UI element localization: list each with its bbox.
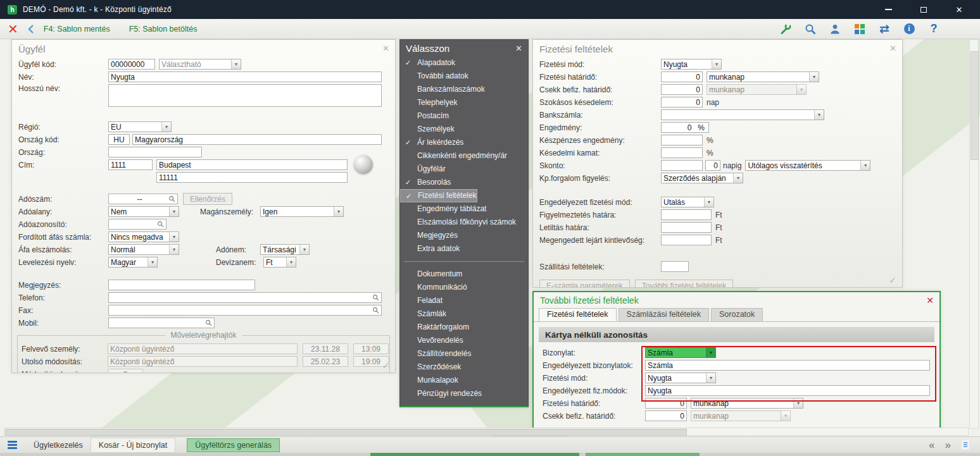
payment-deadline-input[interactable]: 0 <box>661 71 703 82</box>
mail-language-select[interactable]: Magyar ▾ <box>108 257 158 268</box>
overdue-limit-input[interactable] <box>661 235 712 245</box>
nav-item[interactable]: Munkalapok <box>400 374 528 387</box>
tax-id-input[interactable] <box>108 219 166 230</box>
nav-item[interactable]: ✓Fizetési feltételek <box>400 189 477 202</box>
previous-page-icon[interactable]: « <box>929 440 934 450</box>
region-select[interactable]: EU ▾ <box>108 121 172 132</box>
mobile-input[interactable] <box>108 317 215 328</box>
nav-item[interactable]: Cikkenkénti engedmény/ár <box>400 149 528 163</box>
phone-input[interactable] <box>108 292 382 303</box>
nav-item[interactable]: Megjegyzés <box>400 229 528 242</box>
vertical-scrollbar-thumb[interactable] <box>971 51 979 160</box>
customer-code-select[interactable]: Választható ▾ <box>159 59 241 70</box>
tab-series[interactable]: Sorozatok <box>711 308 763 321</box>
payment-deadline-unit-select[interactable]: munkanap ▾ <box>707 71 819 82</box>
zip-input[interactable]: 1111 <box>108 159 153 170</box>
cheque-deadline-input[interactable]: 0 <box>661 84 703 95</box>
cash-discount-input[interactable] <box>661 135 703 145</box>
skonto-option-select[interactable]: Utólagos visszatérítés ▾ <box>745 160 870 171</box>
nav-item[interactable]: ✓Besorolás <box>400 176 528 189</box>
allowed-method-select[interactable]: Utalás ▾ <box>661 197 714 207</box>
dialog-deadline-unit-select[interactable]: munkanap ▾ <box>691 398 803 409</box>
document-icon[interactable] <box>961 440 970 450</box>
nav-item[interactable]: Szállítórendelés <box>400 347 528 360</box>
close-icon[interactable]: ✕ <box>926 295 934 305</box>
block-limit-input[interactable] <box>661 222 712 233</box>
dialog-cheque-input[interactable]: 0 <box>645 410 687 421</box>
street-input[interactable]: 11111 <box>156 172 348 183</box>
warning-limit-input[interactable] <box>661 209 712 220</box>
customer-code-input[interactable]: 00000000 <box>108 59 155 70</box>
further-payment-terms-button[interactable]: További fizetési feltételek <box>635 280 733 288</box>
minimize-button[interactable] <box>880 3 896 16</box>
nav-item[interactable]: Szerződések <box>400 360 528 374</box>
nav-item[interactable]: Postacím <box>400 109 528 123</box>
help-icon[interactable]: ? <box>927 22 941 36</box>
back-button[interactable] <box>26 23 36 35</box>
einvoice-params-button[interactable]: E-számla paraméterek <box>539 280 630 288</box>
verify-button[interactable]: Ellenőrzés <box>183 193 232 205</box>
statusbar-tab-basket[interactable]: Kosár - Új bizonylat <box>91 438 175 453</box>
apps-grid-icon[interactable] <box>853 22 867 36</box>
vat-settlement-select[interactable]: Normál ▾ <box>108 244 179 255</box>
user-icon[interactable] <box>828 22 842 36</box>
horizontal-scrollbar[interactable] <box>4 428 969 436</box>
nav-item[interactable]: ✓Ár lekérdezés <box>400 136 528 149</box>
menu-icon[interactable] <box>8 441 17 449</box>
nav-item[interactable]: Engedmény táblázat <box>400 202 528 216</box>
allowed-methods-input[interactable]: Nyugta <box>645 385 930 396</box>
statusbar-tab-transactions[interactable]: Ügyletkezelés <box>26 438 91 452</box>
close-icon[interactable]: ✕ <box>382 44 389 53</box>
nav-item[interactable]: Ügyfélár <box>400 163 528 176</box>
dialog-deadline-input[interactable]: 0 <box>645 398 687 409</box>
bank-account-select[interactable]: ▾ <box>661 109 824 120</box>
nav-item[interactable]: Bankszámlaszámok <box>400 83 528 96</box>
globe-icon[interactable] <box>354 155 373 174</box>
late-interest-input[interactable] <box>661 147 703 158</box>
nav-item[interactable]: Kommunikáció <box>400 281 528 294</box>
cash-watch-select[interactable]: Szerződés alapján ▾ <box>661 173 743 183</box>
city-input[interactable]: Budapest <box>156 159 348 170</box>
tax-number-input[interactable]: -- <box>108 194 178 204</box>
currency-select[interactable]: Ft ▾ <box>263 257 296 268</box>
note-input[interactable] <box>108 280 255 290</box>
skonto-input[interactable] <box>661 160 703 171</box>
usual-delay-input[interactable]: 0 <box>661 97 703 108</box>
dialog-method-select[interactable]: Nyugta ▾ <box>645 373 716 383</box>
close-icon[interactable]: ✕ <box>515 44 522 53</box>
maximize-button[interactable] <box>915 3 932 16</box>
close-icon[interactable]: ✕ <box>889 44 896 53</box>
reverse-vat-select[interactable]: Nincs megadva ▾ <box>108 231 179 242</box>
horizontal-scrollbar-thumb[interactable] <box>5 429 687 436</box>
transfer-icon[interactable]: ⇄ <box>877 22 891 36</box>
name-input[interactable]: Nyugta <box>108 71 382 82</box>
voucher-select[interactable]: Számla ▾ <box>645 347 716 358</box>
confirm-check-icon[interactable]: ✓ <box>889 275 896 285</box>
nav-item[interactable]: További adatok <box>400 70 528 83</box>
long-name-textarea[interactable] <box>108 84 382 107</box>
nav-item[interactable]: Vevőrendelés <box>400 334 528 347</box>
tab-invoicing-terms[interactable]: Számlázási feltételek <box>619 308 709 321</box>
tools-icon[interactable] <box>779 22 793 36</box>
country-input[interactable] <box>108 147 202 157</box>
template-load-button[interactable]: F5: Sablon betöltés <box>129 25 198 34</box>
skonto-days-input[interactable]: 0 <box>705 160 720 171</box>
nav-item[interactable]: Pénzügyi rendezés <box>400 387 528 400</box>
tax-type-select[interactable]: Társasági ▾ <box>260 244 310 255</box>
tab-payment-terms[interactable]: Fizetési feltételek <box>539 308 617 321</box>
nav-item[interactable]: Feladat <box>400 294 528 307</box>
fax-input[interactable] <box>108 305 382 316</box>
discount-input[interactable]: 0 % <box>661 122 709 133</box>
search-icon[interactable] <box>803 22 817 36</box>
tax-subject-select[interactable]: Nem ▾ <box>108 206 179 217</box>
payment-method-select[interactable]: Nyugta ▾ <box>661 59 722 70</box>
nav-item[interactable]: Számlák <box>400 307 528 321</box>
next-page-icon[interactable]: » <box>945 440 951 450</box>
nav-item[interactable]: Elszámolási főkönyvi számok <box>400 216 528 229</box>
template-save-button[interactable]: F4: Sablon mentés <box>44 25 110 34</box>
generate-customer-master-button[interactable]: Ügyféltörzs generálás <box>187 438 280 452</box>
country-code-input[interactable]: HU <box>108 134 130 145</box>
allowed-vouchers-input[interactable]: Számla <box>645 360 930 371</box>
shipping-terms-input[interactable] <box>661 261 689 272</box>
confirm-check-icon[interactable]: ✓ <box>382 360 389 371</box>
